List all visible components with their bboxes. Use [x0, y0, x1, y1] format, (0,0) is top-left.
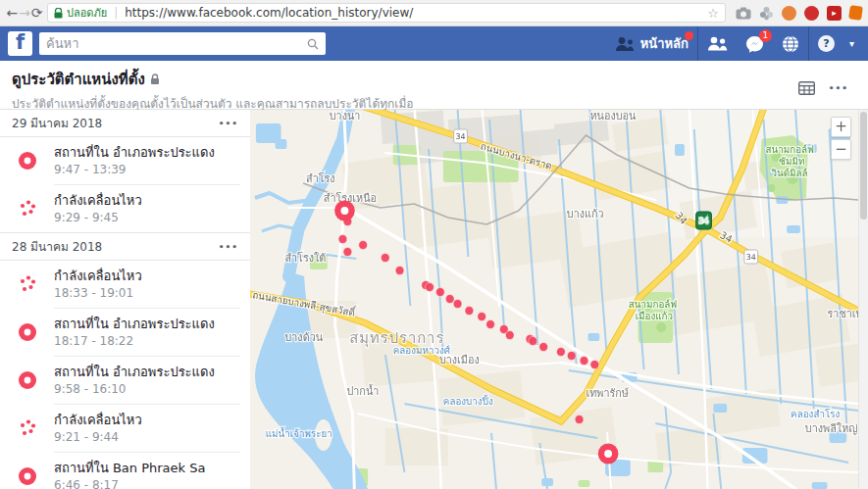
notifications-button[interactable] — [773, 26, 808, 61]
timeline-entry[interactable]: กำลังเคลื่อนไหว9:29 - 9:45 — [0, 185, 250, 232]
address-bar[interactable]: ปลอดภัย | https://www.facebook.com/locat… — [47, 3, 726, 23]
location-dot — [556, 348, 565, 357]
shield-number: 34 — [456, 132, 466, 141]
timeline-entry[interactable]: สถานที่ใน อำเภอพระประแดง9:58 - 16:10 — [0, 357, 250, 404]
profile-shortcut[interactable]: หน้าหลัก — [606, 26, 697, 61]
location-dot — [445, 295, 454, 304]
calendar-grid-icon[interactable] — [798, 81, 815, 95]
moving-icon — [0, 417, 54, 439]
pinwheel-extension-icon[interactable] — [759, 6, 774, 21]
entry-time: 18:17 - 18:22 — [54, 333, 215, 349]
navbar-right: หน้าหลัก 1 ? ▾ — [606, 26, 860, 61]
map-label: บางนา — [330, 110, 361, 122]
section-more-options-icon[interactable]: ••• — [219, 242, 238, 252]
moving-icon — [0, 273, 54, 295]
chevron-down-icon: ▾ — [849, 38, 854, 49]
place-icon — [17, 150, 38, 171]
divider: | — [114, 6, 118, 20]
camera-extension-icon[interactable] — [736, 7, 751, 20]
location-dot — [426, 283, 434, 292]
section-more-options-icon[interactable]: ••• — [219, 119, 238, 128]
moving-icon — [17, 273, 38, 295]
location-dot — [395, 267, 404, 275]
entry-title: สถานที่ใน อำเภอพระประแดง — [54, 144, 215, 162]
entry-title: สถานที่ใน Ban Phraek Sa — [54, 460, 205, 477]
map-label: บางพลีใหญ่ — [805, 422, 858, 435]
zoom-out-button[interactable]: − — [831, 139, 851, 160]
scrollbar-thumb[interactable] — [860, 112, 867, 220]
place-icon — [17, 465, 38, 487]
red-play-extension-icon[interactable]: ▸ — [827, 6, 842, 21]
timeline-entry[interactable]: สถานที่ใน อำเภอพระประแดง9:47 - 13:39 — [0, 137, 250, 184]
place-icon — [17, 321, 38, 343]
location-dot — [381, 254, 389, 263]
home-link[interactable]: หน้าหลัก — [640, 33, 689, 54]
extensions-row: ▸ — [736, 6, 862, 21]
orange-circle-extension-icon[interactable] — [782, 6, 796, 21]
location-dot — [478, 313, 486, 321]
entry-time: 9:21 - 9:44 — [54, 429, 142, 445]
date-label: 28 มีนาคม 2018 — [12, 237, 102, 256]
map-label: หนองบอน — [589, 110, 637, 122]
location-dot — [590, 361, 599, 369]
search-icon — [307, 38, 319, 50]
entry-title: กำลังเคลื่อนไหว — [54, 268, 142, 285]
url-text: https://www.facebook.com/location_histor… — [125, 6, 703, 20]
place-icon — [0, 369, 54, 391]
forward-icon[interactable]: → — [19, 5, 31, 21]
map[interactable]: 343434 บางนาหนองบอนสำโรงสำโรงเหนือสำโรงใ… — [250, 110, 858, 489]
browser-toolbar: ← → ⟳ ปลอดภัย | https://www.facebook.com… — [0, 0, 868, 26]
more-options-icon[interactable]: ••• — [829, 83, 848, 93]
map-label: คลองสำโรง — [791, 409, 840, 419]
map-label: ซัมมิท — [779, 156, 804, 167]
help-button[interactable]: ? — [809, 26, 843, 61]
moving-icon — [0, 198, 54, 220]
entry-time: 9:29 - 9:45 — [54, 210, 142, 225]
help-icon: ? — [818, 35, 835, 52]
search-bar[interactable] — [39, 32, 326, 55]
entry-time: 9:47 - 13:39 — [54, 162, 215, 177]
page-title: ดูประวัติตำแหน่งที่ตั้ง — [12, 68, 145, 91]
map-canvas: 343434 บางนาหนองบอนสำโรงสำโรงเหนือสำโรงใ… — [250, 110, 858, 489]
map-label: สนามกอล์ฟ — [766, 144, 815, 155]
entry-time: 18:33 - 19:01 — [54, 285, 142, 301]
timeline-entry[interactable]: กำลังเคลื่อนไหว9:21 - 9:44 — [0, 405, 250, 452]
location-dot — [580, 357, 588, 366]
back-icon[interactable]: ← — [6, 5, 19, 21]
map-label: แม่น้ำเจ้าพระยา — [266, 426, 332, 439]
moving-icon — [17, 417, 38, 439]
timeline-entry[interactable]: สถานที่ใน อำเภอพระประแดง18:17 - 18:22 — [0, 309, 250, 356]
lock-icon — [150, 73, 160, 85]
moving-icon — [17, 198, 38, 220]
account-menu-button[interactable]: ▾ — [843, 26, 860, 61]
date-header: 29 มีนาคม 2018••• — [0, 110, 250, 137]
shield-number: 34 — [746, 253, 756, 262]
entry-title: สถานที่ใน อำเภอพระประแดง — [54, 316, 215, 333]
messenger-button[interactable]: 1 — [737, 26, 773, 61]
timeline-entry[interactable]: กำลังเคลื่อนไหว18:33 - 19:01 — [0, 261, 250, 308]
facebook-logo[interactable]: f — [8, 31, 32, 56]
location-dot — [567, 352, 576, 361]
location-dot — [539, 343, 548, 352]
location-marker-center — [604, 450, 612, 458]
orange-tool-extension-icon[interactable] — [848, 5, 863, 21]
friend-requests-icon — [615, 36, 635, 52]
secure-label: ปลอดภัย — [67, 4, 107, 22]
page-scrollbar[interactable] — [858, 110, 868, 489]
secure-chip[interactable]: ปลอดภัย — [54, 4, 107, 22]
timeline-entry[interactable]: สถานที่ใน Ban Phraek Sa6:46 - 8:17 — [0, 453, 250, 489]
map-label: สำโรง — [306, 172, 335, 185]
friend-requests-button[interactable] — [698, 26, 737, 61]
bookmark-star-icon[interactable]: ☆ — [707, 6, 719, 21]
map-label: ราชาเทวะ — [828, 308, 858, 320]
entry-title: สถานที่ใน อำเภอพระประแดง — [54, 364, 215, 381]
search-input[interactable] — [46, 36, 307, 51]
date-header: 28 มีนาคม 2018••• — [0, 232, 250, 261]
map-label: คลองมหาวงศ์ — [393, 345, 451, 356]
map-label: เมืองแก้ว — [636, 311, 673, 321]
reload-icon[interactable]: ⟳ — [30, 5, 43, 21]
red-circle-extension-icon[interactable] — [804, 6, 819, 21]
zoom-in-button[interactable]: + — [831, 117, 851, 137]
shield-number: 34 — [699, 217, 709, 225]
map-label: บางด้วน — [284, 331, 323, 344]
